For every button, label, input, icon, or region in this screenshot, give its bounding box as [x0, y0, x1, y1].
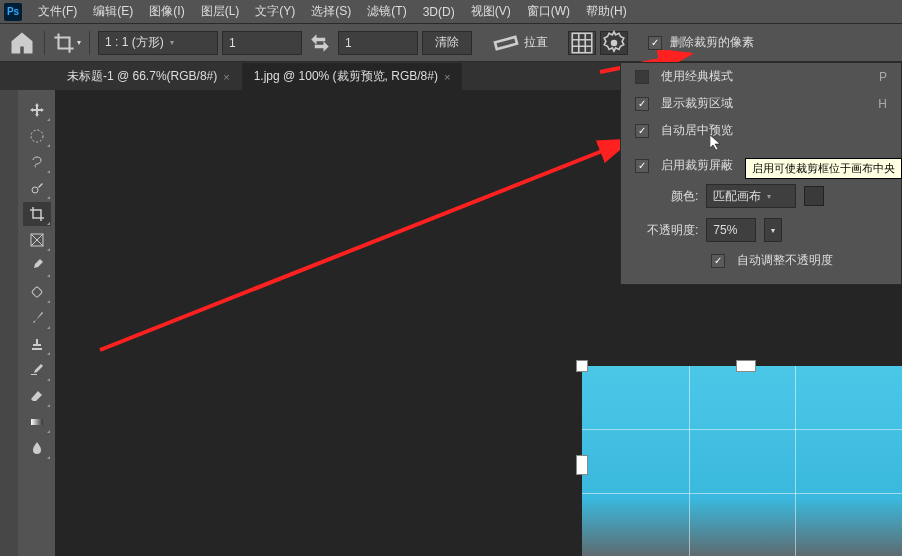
height-input[interactable]: 1 [338, 31, 418, 55]
menu-3d[interactable]: 3D(D) [415, 2, 463, 22]
eraser-tool[interactable] [23, 384, 51, 408]
opacity-label: 不透明度: [647, 222, 698, 239]
delete-pixels-label: 删除裁剪的像素 [670, 34, 754, 51]
close-icon[interactable]: × [223, 71, 229, 83]
menu-select[interactable]: 选择(S) [303, 0, 359, 23]
show-checkbox[interactable]: ✓ [635, 97, 649, 111]
options-bar: ▾ 1 : 1 (方形)▾ 1 1 清除 拉直 ✓ 删除裁剪的像素 [0, 24, 902, 62]
tooltip: 启用可使裁剪框位于画布中央 [745, 158, 902, 179]
menubar: Ps 文件(F) 编辑(E) 图像(I) 图层(L) 文字(Y) 选择(S) 滤… [0, 0, 902, 24]
clear-button[interactable]: 清除 [422, 31, 472, 55]
svg-point-2 [611, 39, 618, 46]
color-dropdown[interactable]: 匹配画布▾ [706, 184, 796, 208]
brush-tool[interactable] [23, 306, 51, 330]
stamp-tool[interactable] [23, 332, 51, 356]
color-label: 颜色: [671, 188, 698, 205]
cursor-icon [710, 135, 726, 151]
menu-layer[interactable]: 图层(L) [193, 0, 248, 23]
classic-label: 使用经典模式 [661, 68, 733, 85]
menu-edit[interactable]: 编辑(E) [85, 0, 141, 23]
menu-help[interactable]: 帮助(H) [578, 0, 635, 23]
move-tool[interactable] [23, 98, 51, 122]
frame-tool[interactable] [23, 228, 51, 252]
shortcut-key: P [879, 70, 887, 84]
opacity-arrow[interactable]: ▾ [764, 218, 782, 242]
auto-opacity-label: 自动调整不透明度 [737, 252, 833, 269]
crop-tool[interactable] [23, 202, 51, 226]
menu-view[interactable]: 视图(V) [463, 0, 519, 23]
menu-image[interactable]: 图像(I) [141, 0, 192, 23]
svg-point-4 [32, 187, 38, 193]
crop-preview[interactable] [582, 366, 902, 556]
crop-handle[interactable] [576, 455, 588, 475]
straighten-icon[interactable] [492, 29, 520, 57]
svg-rect-0 [495, 36, 517, 48]
eyedropper-tool[interactable] [23, 254, 51, 278]
gradient-tool[interactable] [23, 410, 51, 434]
tab-1jpg[interactable]: 1.jpg @ 100% (裁剪预览, RGB/8#)× [242, 63, 463, 90]
straighten-label: 拉直 [524, 34, 548, 51]
shield-checkbox[interactable]: ✓ [635, 159, 649, 173]
blur-tool[interactable] [23, 436, 51, 460]
grid-overlay-button[interactable] [568, 31, 596, 55]
swap-icon[interactable] [306, 29, 334, 57]
tab-untitled[interactable]: 未标题-1 @ 66.7%(RGB/8#)× [55, 63, 242, 90]
quick-select-tool[interactable] [23, 176, 51, 200]
marquee-tool[interactable] [23, 124, 51, 148]
collapsed-panel [0, 90, 18, 556]
svg-rect-1 [572, 33, 592, 53]
svg-point-3 [31, 130, 43, 142]
gear-button[interactable] [600, 31, 628, 55]
menu-file[interactable]: 文件(F) [30, 0, 85, 23]
shortcut-key: H [878, 97, 887, 111]
menu-type[interactable]: 文字(Y) [247, 0, 303, 23]
shield-label: 启用裁剪屏蔽 [661, 157, 733, 174]
show-label: 显示裁剪区域 [661, 95, 733, 112]
toolbox [18, 90, 55, 556]
svg-rect-6 [31, 286, 42, 297]
home-icon[interactable] [8, 29, 36, 57]
ps-logo: Ps [4, 3, 22, 21]
menu-window[interactable]: 窗口(W) [519, 0, 578, 23]
opacity-input[interactable]: 75% [706, 218, 756, 242]
ratio-dropdown[interactable]: 1 : 1 (方形)▾ [98, 31, 218, 55]
crop-handle[interactable] [736, 360, 756, 372]
center-checkbox[interactable]: ✓ [635, 124, 649, 138]
svg-rect-7 [31, 419, 43, 425]
menu-filter[interactable]: 滤镜(T) [359, 0, 414, 23]
color-swatch[interactable] [804, 186, 824, 206]
close-icon[interactable]: × [444, 71, 450, 83]
classic-checkbox[interactable] [635, 70, 649, 84]
crop-handle[interactable] [576, 360, 588, 372]
healing-tool[interactable] [23, 280, 51, 304]
width-input[interactable]: 1 [222, 31, 302, 55]
crop-icon[interactable]: ▾ [53, 29, 81, 57]
lasso-tool[interactable] [23, 150, 51, 174]
auto-opacity-checkbox[interactable]: ✓ [711, 254, 725, 268]
delete-pixels-checkbox[interactable]: ✓ [648, 36, 662, 50]
history-brush-tool[interactable] [23, 358, 51, 382]
